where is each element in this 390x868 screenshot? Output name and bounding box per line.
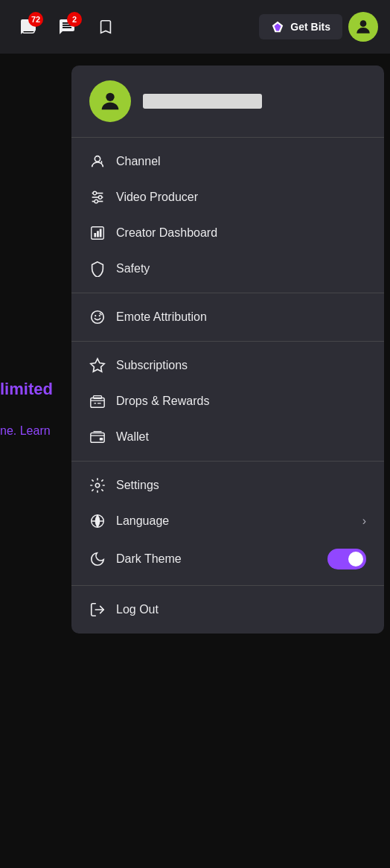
menu-section-rewards: Subscriptions Drops & Rewards (71, 342, 384, 462)
settings-icon (89, 477, 106, 494)
menu-item-video-producer[interactable]: Video Producer (71, 179, 384, 215)
gear-icon (89, 477, 106, 494)
channel-label: Channel (116, 155, 366, 168)
logout-label: Log Out (116, 603, 366, 616)
wallet-icon (89, 429, 106, 445)
bookmark-icon (98, 19, 114, 35)
username-bar (143, 94, 262, 109)
avatar-button[interactable] (348, 12, 378, 42)
menu-item-channel[interactable]: Channel (71, 144, 384, 179)
get-bits-button[interactable]: Get Bits (259, 14, 342, 39)
channel-icon (89, 153, 106, 170)
bits-icon (271, 20, 284, 33)
wallet-menu-icon (89, 429, 106, 445)
language-icon (89, 513, 106, 529)
drops-rewards-icon (89, 393, 106, 409)
settings-label: Settings (116, 479, 366, 492)
safety-label: Safety (116, 262, 366, 275)
svg-point-4 (106, 93, 114, 101)
svg-point-13 (95, 200, 98, 203)
svg-point-20 (99, 315, 100, 316)
dark-theme-toggle[interactable] (327, 549, 366, 569)
bg-text-learn: ne. Learn (0, 424, 51, 438)
svg-point-11 (93, 191, 97, 195)
svg-rect-16 (97, 231, 99, 237)
svg-rect-17 (100, 229, 102, 237)
menu-item-wallet[interactable]: Wallet (71, 419, 384, 455)
shield-icon (89, 261, 106, 277)
notifications-badge: 72 (28, 12, 43, 27)
messages-badge: 2 (67, 12, 82, 27)
svg-point-12 (98, 196, 102, 200)
bg-text-unlimited: limited (0, 380, 53, 399)
bookmark-button[interactable] (89, 10, 122, 43)
notifications-button[interactable]: 72 (12, 10, 45, 43)
safety-icon (89, 261, 106, 277)
menu-item-language[interactable]: Language › (71, 503, 384, 539)
moon-icon (89, 551, 106, 567)
creator-dashboard-icon (89, 225, 106, 241)
dark-theme-icon (89, 551, 106, 567)
svg-point-5 (95, 156, 100, 162)
menu-item-logout[interactable]: Log Out (71, 592, 384, 628)
svg-rect-26 (91, 433, 104, 443)
chart-icon (89, 225, 106, 241)
wallet-label: Wallet (116, 430, 366, 444)
menu-item-dark-theme[interactable]: Dark Theme (71, 539, 384, 579)
attribution-icon (89, 309, 106, 325)
svg-rect-15 (94, 233, 96, 237)
menu-section-emote: Emote Attribution (71, 293, 384, 342)
subscriptions-label: Subscriptions (116, 359, 366, 372)
emote-attribution-label: Emote Attribution (116, 310, 366, 324)
menu-section-preferences: Settings Language › Dark Theme (71, 462, 384, 586)
svg-point-19 (95, 315, 96, 316)
menu-item-subscriptions[interactable]: Subscriptions (71, 348, 384, 383)
topbar: 72 2 Get Bits (0, 0, 390, 54)
video-producer-label: Video Producer (116, 191, 366, 204)
video-producer-icon (89, 189, 106, 205)
menu-item-settings[interactable]: Settings (71, 467, 384, 503)
logout-icon (89, 601, 106, 618)
profile-avatar (89, 80, 131, 122)
user-avatar-icon (354, 17, 373, 36)
subscriptions-icon (89, 357, 106, 374)
svg-rect-27 (100, 438, 103, 441)
toggle-knob (348, 552, 363, 567)
svg-point-3 (360, 20, 367, 27)
menu-item-emote-attribution[interactable]: Emote Attribution (71, 299, 384, 335)
profile-section (71, 66, 384, 138)
menu-item-drops-rewards[interactable]: Drops & Rewards (71, 383, 384, 419)
log-out-icon (89, 601, 106, 618)
sliders-icon (89, 189, 106, 205)
svg-rect-23 (94, 396, 102, 399)
creator-dashboard-label: Creator Dashboard (116, 226, 366, 240)
svg-rect-21 (91, 398, 104, 407)
emote-attribution-icon (89, 309, 106, 325)
person-icon (89, 153, 106, 170)
svg-point-18 (92, 311, 104, 324)
drops-rewards-label: Drops & Rewards (116, 395, 366, 408)
language-arrow-icon: › (362, 514, 366, 528)
messages-button[interactable]: 2 (51, 10, 83, 43)
menu-item-creator-dashboard[interactable]: Creator Dashboard (71, 215, 384, 251)
menu-section-logout: Log Out (71, 586, 384, 634)
get-bits-label: Get Bits (290, 21, 330, 33)
globe-icon (89, 513, 106, 529)
dark-theme-label: Dark Theme (116, 552, 317, 566)
star-icon (89, 357, 106, 374)
menu-item-safety[interactable]: Safety (71, 251, 384, 287)
profile-avatar-icon (98, 89, 123, 114)
menu-section-creator: Channel Video Producer (71, 138, 384, 293)
svg-point-28 (95, 483, 100, 488)
drops-icon (89, 393, 106, 409)
language-label: Language (116, 514, 352, 528)
dropdown-menu: Channel Video Producer (71, 66, 384, 634)
